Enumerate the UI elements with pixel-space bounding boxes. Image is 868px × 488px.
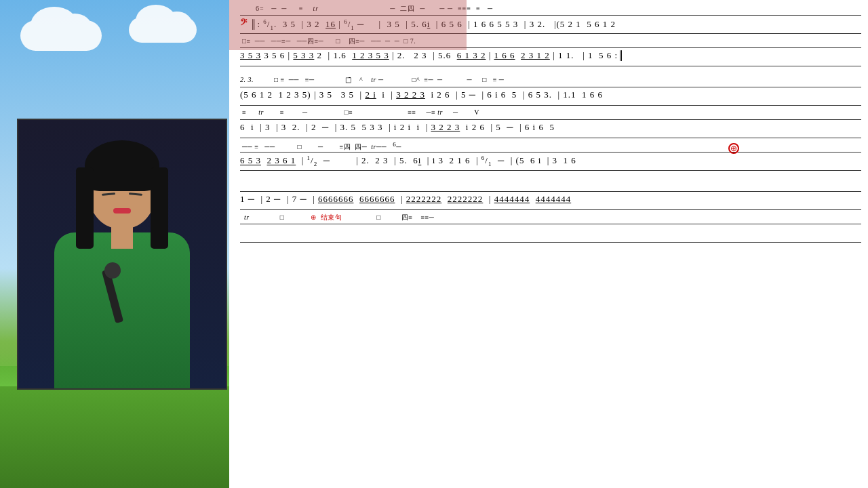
music-line-6: 1 ─ | 2 ─ | 7 ─ | 6666666 6666666 | 2222…: [240, 180, 861, 210]
sheet-music-panel: 6= ─ ─ ≡ tr ─ 二四 ─ ─ ─ ≡≡≡ ≡ ─ 𝄢 ║: 6/1.…: [229, 0, 868, 488]
gap-2: [240, 174, 861, 180]
treble-clef: 𝄢: [240, 18, 248, 29]
sheet-inner: 6= ─ ─ ≡ tr ─ 二四 ─ ─ ─ ≡≡≡ ≡ ─ 𝄢 ║: 6/1.…: [229, 0, 868, 488]
line4-superscript: ≡ tr ≡ ─ □≡ ≡≡ ─≡ tr ─ V: [240, 108, 861, 119]
music-line-1: 6= ─ ─ ≡ tr ─ 二四 ─ ─ ─ ≡≡≡ ≡ ─ 𝄢 ║: 6/1.…: [240, 4, 861, 34]
line1-superscript: 6= ─ ─ ≡ tr ─ 二四 ─ ─ ─ ≡≡≡ ≡ ─: [240, 4, 861, 15]
cloud-1: [20, 20, 102, 51]
end-marker-label: ⊕ 结束句: [311, 214, 342, 221]
red-crosshair-marker: ⊕: [728, 142, 739, 154]
music-line-2: □≡ ── ──≡─ ──四≡─ □ 四≡─ ── ─ ─ □ 7. 3 5 3…: [240, 37, 861, 66]
music-line-3: 2. 3. □ ≡ ── ≡─ □̄ ^ tr ─ □^ ≡─ ─ ─ □ ≡ …: [240, 76, 861, 106]
line7-superscript: tr □ ⊕ 结束句 □ 四≡ ≡≡─: [240, 213, 861, 224]
line1-main: 𝄢 ║: 6/1. 3 5 | 3 2 16 | 6/1 ─ | 3 5 | 5…: [240, 15, 861, 34]
line2-main: 3 5 3 3 5 6 | 5 3 3 2 | 1.6 1 2 3 5 3 | …: [240, 47, 861, 66]
line3-superscript: 2. 3. □ ≡ ── ≡─ □̄ ^ tr ─ □^ ≡─ ─ ─ □ ≡ …: [240, 76, 861, 87]
music-line-7: tr □ ⊕ 结束句 □ 四≡ ≡≡─: [240, 213, 861, 243]
line4-main: 6 i | 3 | 3 2. | 2 ─ | 3. 5 5 3 3 | i 2 …: [240, 119, 861, 138]
line2-superscript: □≡ ── ──≡─ ──四≡─ □ 四≡─ ── ─ ─ □ 7.: [240, 37, 861, 47]
cloud-2: [129, 17, 197, 43]
line5-main: 6 5 3 2 3 6 1 | 1/2 ─ | 2. 2 3 | 5. 6i |…: [240, 152, 861, 171]
line6-superscript: [240, 180, 861, 191]
music-line-5: ── ≡ ── □ ─ ≡四 四─ tr── 6─ 6 5 3 2 3 6 1 …: [240, 141, 861, 171]
gap-1: [240, 69, 861, 76]
video-person: [18, 120, 226, 388]
video-panel: [17, 119, 227, 390]
line3-main: (5 6 1 2 1 2 3 5) | 3 5 3 5 | 2 i i | 3 …: [240, 87, 861, 106]
clouds-area: [0, 14, 231, 95]
line7-main: [240, 224, 861, 243]
music-line-4: ≡ tr ≡ ─ □≡ ≡≡ ─≡ tr ─ V 6 i | 3 | 3 2. …: [240, 108, 861, 138]
line5-superscript: ── ≡ ── □ ─ ≡四 四─ tr── 6─: [240, 141, 861, 152]
person-figure: [18, 120, 226, 388]
line6-main: 1 ─ | 2 ─ | 7 ─ | 6666666 6666666 | 2222…: [240, 191, 861, 210]
